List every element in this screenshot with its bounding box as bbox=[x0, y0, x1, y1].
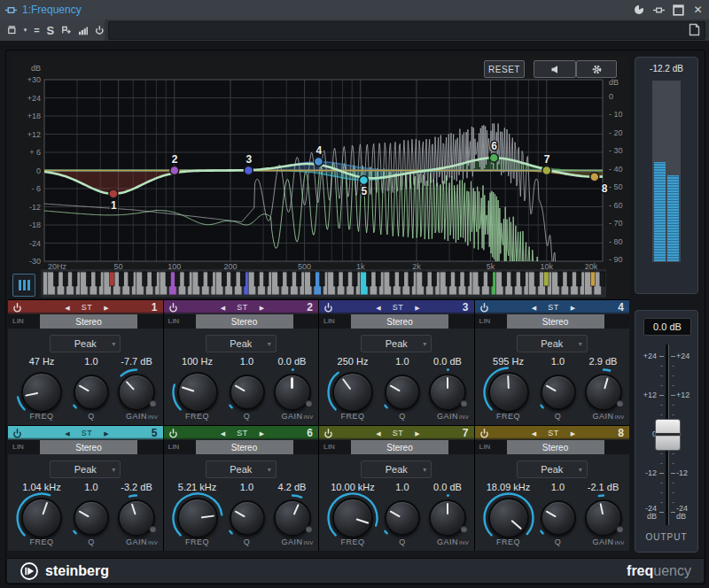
piano-key[interactable] bbox=[231, 272, 236, 286]
band-lin-toggle[interactable]: LIN bbox=[168, 443, 180, 451]
band-freq-knob[interactable] bbox=[171, 491, 224, 545]
piano-key[interactable] bbox=[511, 272, 516, 286]
band-mode-select[interactable]: Peak▾ bbox=[206, 335, 277, 352]
band-power-button[interactable] bbox=[168, 303, 178, 313]
piano-key[interactable] bbox=[143, 272, 147, 286]
band-q-knob[interactable] bbox=[223, 368, 271, 416]
band-channel-button[interactable]: Stereo bbox=[196, 314, 293, 329]
piano-key[interactable] bbox=[240, 272, 245, 286]
band-q-knob[interactable] bbox=[534, 494, 582, 542]
band-mode-select[interactable]: Peak▾ bbox=[517, 460, 588, 478]
audition-button[interactable] bbox=[534, 60, 576, 78]
piano-key[interactable] bbox=[367, 272, 371, 286]
band-mode-select[interactable]: Peak▾ bbox=[361, 335, 432, 352]
piano-key[interactable] bbox=[456, 272, 460, 286]
band-prev-arrow[interactable]: ◀ bbox=[376, 305, 380, 311]
band-power-button[interactable] bbox=[323, 429, 333, 438]
piano-key[interactable] bbox=[287, 272, 292, 286]
band-mode-select[interactable]: Peak▾ bbox=[361, 460, 432, 478]
band-prev-arrow[interactable]: ◀ bbox=[221, 430, 225, 437]
band-next-arrow[interactable]: ▶ bbox=[571, 430, 575, 437]
band-q-knob[interactable] bbox=[67, 368, 115, 416]
band-next-arrow[interactable]: ▶ bbox=[415, 430, 419, 437]
piano-key[interactable] bbox=[432, 272, 436, 286]
piano-key[interactable] bbox=[222, 272, 226, 286]
band-lin-toggle[interactable]: LIN bbox=[479, 317, 491, 325]
band-invert-toggle[interactable]: inv bbox=[612, 400, 627, 422]
piano-key[interactable] bbox=[334, 272, 339, 286]
output-gain-value[interactable]: 0.0 dB bbox=[643, 318, 691, 336]
reset-button[interactable]: RESET bbox=[484, 60, 525, 78]
band-q-knob[interactable] bbox=[67, 494, 115, 542]
band-channel-button[interactable]: Stereo bbox=[507, 440, 604, 454]
piano-key[interactable] bbox=[264, 272, 269, 286]
band-freq-knob[interactable] bbox=[482, 491, 535, 545]
band-invert-toggle[interactable]: inv bbox=[612, 526, 627, 548]
band-lin-toggle[interactable]: LIN bbox=[323, 317, 335, 325]
band-power-button[interactable] bbox=[168, 429, 178, 438]
piano-key[interactable] bbox=[63, 272, 67, 286]
piano-key[interactable] bbox=[353, 272, 357, 286]
band-prev-arrow[interactable]: ◀ bbox=[65, 430, 69, 437]
piano-key[interactable] bbox=[297, 272, 301, 286]
band-prev-arrow[interactable]: ◀ bbox=[532, 305, 536, 311]
band-freq-knob[interactable] bbox=[15, 491, 68, 545]
band-prev-arrow[interactable]: ◀ bbox=[376, 430, 380, 437]
eq-band-marker-2[interactable] bbox=[170, 166, 179, 175]
band-lin-toggle[interactable]: LIN bbox=[168, 317, 180, 325]
piano-key[interactable] bbox=[166, 272, 170, 286]
eq-band-marker-7[interactable] bbox=[542, 166, 551, 175]
band-invert-toggle[interactable]: inv bbox=[146, 400, 160, 422]
band-mode-select[interactable]: Peak▾ bbox=[50, 335, 121, 352]
eq-band-marker-3[interactable] bbox=[244, 166, 253, 175]
piano-key[interactable] bbox=[119, 272, 123, 286]
meter-peak-value[interactable]: -12.2 dB bbox=[635, 64, 697, 74]
piano-key[interactable] bbox=[86, 272, 90, 286]
band-freq-knob[interactable] bbox=[326, 491, 379, 545]
band-prev-arrow[interactable]: ◀ bbox=[532, 430, 536, 437]
piano-key[interactable] bbox=[320, 272, 324, 286]
band-mode-select[interactable]: Peak▾ bbox=[206, 460, 277, 478]
piano-key[interactable] bbox=[390, 272, 394, 286]
piano-key[interactable] bbox=[343, 272, 347, 286]
band-mode-select[interactable]: Peak▾ bbox=[50, 460, 121, 478]
band-prev-arrow[interactable]: ◀ bbox=[65, 305, 69, 311]
piano-key[interactable] bbox=[544, 272, 549, 286]
band-invert-toggle[interactable]: inv bbox=[146, 526, 160, 548]
piano-key[interactable] bbox=[73, 272, 77, 286]
eq-band-marker-8[interactable] bbox=[590, 173, 599, 182]
band-q-knob[interactable] bbox=[378, 368, 426, 416]
band-q-knob[interactable] bbox=[223, 494, 271, 542]
piano-key[interactable] bbox=[479, 272, 483, 286]
band-lin-toggle[interactable]: LIN bbox=[479, 443, 491, 451]
piano-key[interactable] bbox=[534, 272, 539, 286]
band-power-button[interactable] bbox=[479, 303, 489, 313]
piano-key[interactable] bbox=[423, 272, 427, 286]
band-power-button[interactable] bbox=[12, 429, 22, 438]
band-freq-knob[interactable] bbox=[171, 366, 224, 419]
band-q-knob[interactable] bbox=[378, 494, 426, 542]
band-power-button[interactable] bbox=[12, 303, 22, 313]
band-next-arrow[interactable]: ▶ bbox=[571, 305, 575, 311]
band-channel-button[interactable]: Stereo bbox=[507, 314, 604, 329]
piano-key[interactable] bbox=[558, 272, 563, 286]
band-power-button[interactable] bbox=[479, 429, 489, 438]
piano-key[interactable] bbox=[577, 272, 581, 286]
eq-band-marker-4[interactable] bbox=[314, 158, 323, 166]
piano-key[interactable] bbox=[376, 272, 380, 286]
piano-key[interactable] bbox=[254, 272, 259, 286]
piano-key[interactable] bbox=[446, 272, 450, 286]
band-next-arrow[interactable]: ▶ bbox=[415, 305, 419, 311]
piano-key[interactable] bbox=[310, 272, 315, 286]
piano-key[interactable] bbox=[502, 272, 506, 286]
band-channel-button[interactable]: Stereo bbox=[351, 314, 448, 329]
band-invert-toggle[interactable]: inv bbox=[301, 526, 316, 548]
piano-key[interactable] bbox=[487, 272, 492, 286]
band-next-arrow[interactable]: ▶ bbox=[104, 305, 108, 311]
keyboard-toggle-button[interactable] bbox=[12, 274, 35, 297]
band-lin-toggle[interactable]: LIN bbox=[323, 443, 335, 451]
band-power-button[interactable] bbox=[323, 303, 333, 313]
output-fader-handle[interactable] bbox=[655, 419, 681, 451]
piano-key[interactable] bbox=[54, 272, 58, 286]
band-lin-toggle[interactable]: LIN bbox=[12, 317, 24, 325]
